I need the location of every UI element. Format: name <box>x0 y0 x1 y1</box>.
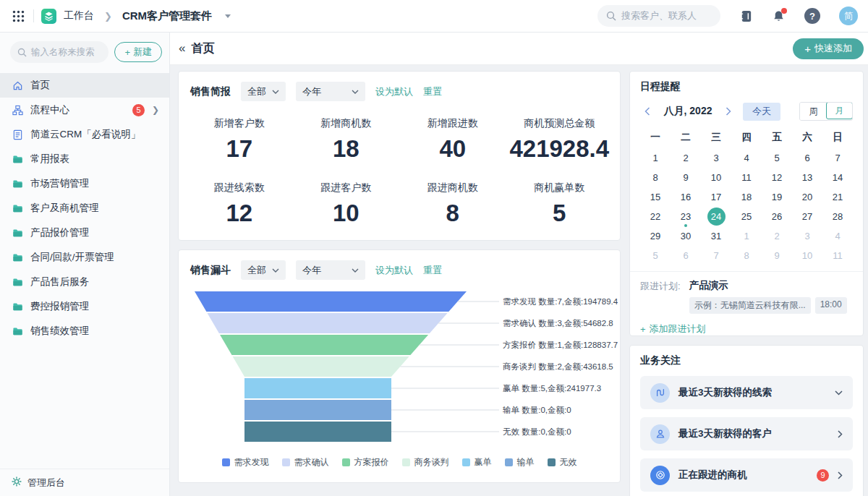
calendar-day[interactable]: 7 <box>701 246 731 265</box>
legend-item[interactable]: 无效 <box>548 456 577 469</box>
add-followup-button[interactable]: + 添加跟进计划 <box>640 322 853 335</box>
calendar-day[interactable]: 26 <box>762 207 792 226</box>
calendar-day[interactable]: 2 <box>671 148 701 168</box>
sidebar-item[interactable]: 销售绩效管理 <box>0 319 169 343</box>
calendar-day[interactable]: 28 <box>822 207 853 226</box>
funnel-scope-select[interactable]: 全部 <box>241 260 286 280</box>
user-avatar[interactable]: 简 <box>839 7 858 25</box>
help-icon[interactable]: ? <box>804 8 820 24</box>
calendar-day[interactable]: 20 <box>792 187 822 207</box>
calendar-day[interactable]: 31 <box>701 226 731 246</box>
calendar-day[interactable]: 7 <box>822 148 853 168</box>
contacts-book-icon[interactable] <box>739 9 753 23</box>
calendar-day[interactable]: 17 <box>701 187 731 207</box>
legend-item[interactable]: 方案报价 <box>342 456 389 469</box>
next-month-icon[interactable] <box>721 107 736 116</box>
calendar-day[interactable]: 1 <box>640 148 671 168</box>
set-default-link[interactable]: 设为默认 <box>375 264 413 277</box>
calendar-day[interactable]: 27 <box>792 207 822 226</box>
calendar-day[interactable]: 2 <box>762 226 792 246</box>
legend-swatch <box>505 458 513 466</box>
sidebar-item[interactable]: 常用报表 <box>0 147 169 171</box>
collapse-sidebar-icon[interactable]: « <box>173 41 191 56</box>
admin-backend-button[interactable]: 管理后台 <box>0 469 169 496</box>
funnel-stage[interactable] <box>244 400 391 420</box>
calendar-day[interactable]: 14 <box>822 168 853 187</box>
calendar-day[interactable]: 10 <box>792 246 822 265</box>
calendar-day[interactable]: 16 <box>671 187 701 207</box>
sidebar-item[interactable]: 客户及商机管理 <box>0 196 169 221</box>
calendar-day[interactable]: 13 <box>792 168 822 187</box>
calendar-day[interactable]: 3 <box>701 148 731 168</box>
app-grid-icon[interactable] <box>10 8 26 24</box>
calendar-day[interactable]: 9 <box>671 168 701 187</box>
calendar-day[interactable]: 18 <box>731 187 762 207</box>
business-item[interactable]: 最近3天新获得的线索 <box>640 376 853 409</box>
legend-item[interactable]: 赢单 <box>462 456 492 469</box>
calendar-day[interactable]: 21 <box>822 187 853 207</box>
sidebar-search-input[interactable]: 输入名称来搜索 <box>10 41 109 63</box>
calendar-day[interactable]: 9 <box>762 246 792 265</box>
week-toggle[interactable]: 周 <box>800 103 827 120</box>
calendar-day[interactable]: 6 <box>671 246 701 265</box>
calendar-day[interactable]: 4 <box>731 148 762 168</box>
calendar-day[interactable]: 29 <box>640 226 671 246</box>
sidebar-item[interactable]: 简道云CRM「必看说明」 <box>0 122 169 147</box>
legend-item[interactable]: 输单 <box>505 456 535 469</box>
workspace-link[interactable]: 工作台 <box>64 9 94 22</box>
sidebar-item[interactable]: 市场营销管理 <box>0 171 169 196</box>
followup-title[interactable]: 产品演示 <box>689 279 847 292</box>
new-button[interactable]: + 新建 <box>114 42 162 62</box>
funnel-stage[interactable] <box>233 356 409 377</box>
funnel-stage[interactable] <box>208 313 448 333</box>
legend-item[interactable]: 需求发现 <box>222 456 269 469</box>
legend-item[interactable]: 需求确认 <box>282 456 329 469</box>
calendar-day[interactable]: 8 <box>731 246 762 265</box>
funnel-stage[interactable] <box>220 335 428 355</box>
global-search-input[interactable]: 搜索客户、联系人 <box>597 5 720 27</box>
calendar-day[interactable]: 12 <box>762 168 792 187</box>
app-title[interactable]: CRM客户管理套件 <box>122 9 212 23</box>
calendar-day[interactable]: 30 <box>671 226 701 246</box>
calendar-day[interactable]: 15 <box>640 187 671 207</box>
calendar-day[interactable]: 5 <box>640 246 671 265</box>
calendar-day[interactable]: 25 <box>731 207 762 226</box>
calendar-day[interactable]: 1 <box>731 226 762 246</box>
today-button[interactable]: 今天 <box>743 103 780 121</box>
funnel-stage[interactable] <box>195 291 467 312</box>
briefing-scope-select[interactable]: 全部 <box>241 82 286 101</box>
calendar-day[interactable]: 10 <box>701 168 731 187</box>
calendar-day[interactable]: 6 <box>792 148 822 168</box>
calendar-day[interactable]: 4 <box>822 226 853 246</box>
legend-item[interactable]: 商务谈判 <box>402 456 449 469</box>
set-default-link[interactable]: 设为默认 <box>375 85 413 98</box>
sidebar-item[interactable]: 费控报销管理 <box>0 294 169 319</box>
calendar-day[interactable]: 8 <box>640 168 671 187</box>
sidebar-item[interactable]: 合同/回款/开票管理 <box>0 245 169 270</box>
calendar-day[interactable]: 23 <box>671 207 701 226</box>
briefing-period-select[interactable]: 今年 <box>296 82 365 101</box>
month-toggle[interactable]: 月 <box>826 102 853 119</box>
calendar-day[interactable]: 5 <box>762 148 792 168</box>
sidebar-item[interactable]: 首页 <box>0 73 169 98</box>
sidebar-item[interactable]: 流程中心5❯ <box>0 98 169 122</box>
calendar-day-today[interactable]: 24 <box>701 207 731 226</box>
quick-add-button[interactable]: + 快速添加 <box>793 38 864 59</box>
calendar-day[interactable]: 11 <box>822 246 853 265</box>
prev-month-icon[interactable] <box>640 107 655 116</box>
funnel-stage[interactable] <box>244 378 391 398</box>
funnel-period-select[interactable]: 今年 <box>296 260 365 280</box>
app-title-caret-icon[interactable] <box>225 14 231 18</box>
calendar-day[interactable]: 3 <box>792 226 822 246</box>
calendar-day[interactable]: 19 <box>762 187 792 207</box>
funnel-stage[interactable] <box>244 422 391 442</box>
reset-link[interactable]: 重置 <box>423 85 442 98</box>
reset-link[interactable]: 重置 <box>423 264 442 277</box>
business-item[interactable]: 最近3天新获得的客户 <box>640 417 853 450</box>
business-item[interactable]: 正在跟进的商机9 <box>640 458 853 492</box>
calendar-day[interactable]: 11 <box>731 168 762 187</box>
calendar-day[interactable]: 22 <box>640 207 671 226</box>
sidebar-item[interactable]: 产品报价管理 <box>0 221 169 245</box>
sidebar-item[interactable]: 产品售后服务 <box>0 270 169 294</box>
notifications-bell-icon[interactable] <box>772 9 786 23</box>
